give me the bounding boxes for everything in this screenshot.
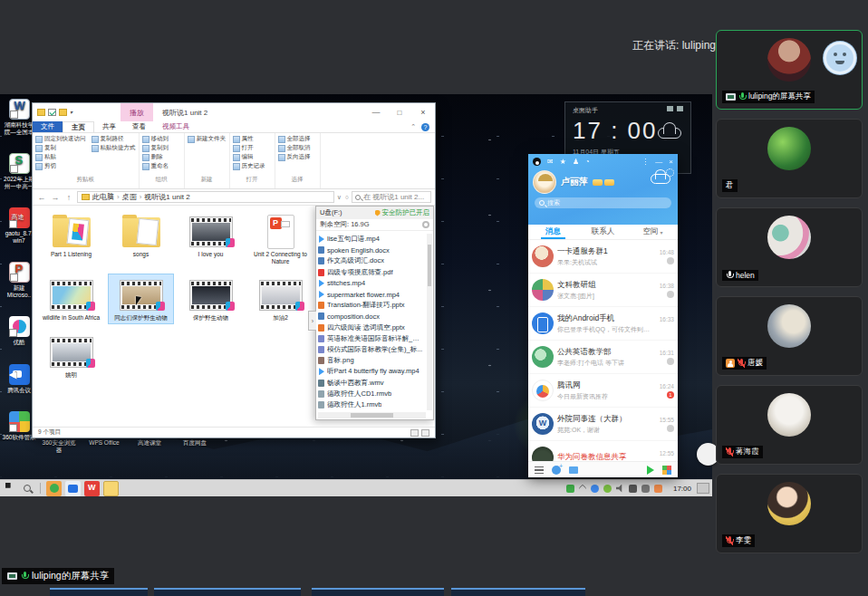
widget-settings-icon[interactable] <box>677 106 683 111</box>
touch-keyboard-icon[interactable] <box>697 483 709 494</box>
usb-file-item[interactable]: 英语标准美语国际音标详解_标清.flv <box>318 333 426 344</box>
browser-icon[interactable]: ◔ <box>585 158 590 166</box>
participant-tile[interactable]: 唐媛 <box>716 296 863 376</box>
tab-home[interactable]: 主页 <box>63 121 94 132</box>
window-preview[interactable] <box>154 588 301 596</box>
file-item[interactable]: 加油2 <box>247 274 313 324</box>
qq-conversation-item[interactable]: 一卡通服务群1 果果:关机试试 16:48 <box>528 240 678 274</box>
taskbar-app-wps[interactable] <box>84 481 100 496</box>
tray-app-icon[interactable] <box>591 485 599 493</box>
usb-file-item[interactable]: 德政狩住人CD1.rmvb <box>318 389 426 399</box>
minimize-icon[interactable]: — <box>655 158 662 166</box>
ribbon-button[interactable]: 编辑 <box>233 153 265 161</box>
minimize-button[interactable]: — <box>364 103 388 121</box>
ribbon-button[interactable]: 历史记录 <box>233 162 265 170</box>
file-item[interactable]: Unit 2 Connecting to Nature <box>247 210 313 267</box>
ribbon-button[interactable]: 全部取消 <box>278 144 311 152</box>
search-input[interactable]: 搜索 <box>535 197 671 208</box>
ribbon-collapse-icon[interactable]: ⌃ <box>410 123 416 130</box>
tray-orange-icon[interactable] <box>654 485 662 493</box>
ribbon-button[interactable]: 删除 <box>142 153 169 161</box>
tencent-video-icon[interactable] <box>647 466 654 475</box>
search-input[interactable]: 在 视听说1 unit 2... <box>352 191 431 203</box>
window-preview[interactable] <box>50 588 148 596</box>
refresh-icon[interactable]: ○ <box>345 194 349 201</box>
widget-menu-icon[interactable] <box>667 106 673 111</box>
usb-file-item[interactable]: 德政狩住人1.rmvb <box>318 399 426 410</box>
qq-conversation-item[interactable]: 华为问卷教信息共享 12:55 <box>528 441 678 461</box>
usb-file-item[interactable]: 听Part 4 butterfly fly away.mp4 <box>318 366 426 377</box>
dressup-icon[interactable]: ♟ <box>573 158 579 166</box>
breadcrumb-desktop[interactable]: 桌面 <box>122 192 137 202</box>
start-button-icon[interactable] <box>5 483 16 494</box>
breadcrumb[interactable]: 此电脑› 桌面› 视听说1 unit 2 <box>77 191 334 203</box>
avatar[interactable] <box>533 170 556 194</box>
ribbon-button[interactable]: 打开 <box>233 144 265 152</box>
ribbon-button[interactable]: 剪切 <box>35 162 86 170</box>
mail-icon[interactable]: ✉ <box>547 158 554 166</box>
tab-video-tools[interactable]: 视频工具 <box>154 121 198 132</box>
file-item[interactable]: wildlife in South Africa <box>38 274 104 324</box>
qq-conversation-item[interactable]: 外院同事连（大群） 苑苑:OK，谢谢 15:55 <box>528 408 678 441</box>
ribbon-button[interactable]: 固定到快速访问 <box>35 135 86 143</box>
taskbar-app-meeting[interactable] <box>65 481 81 496</box>
explorer-titlebar[interactable]: ▾ 播放 视听说1 unit 2 — □ × <box>33 103 435 121</box>
main-menu-icon[interactable] <box>535 466 544 474</box>
help-icon[interactable]: ? <box>421 123 429 131</box>
tray-chevron-up-icon[interactable] <box>578 484 586 492</box>
participant-tile[interactable]: 蒋海霞 <box>716 385 863 465</box>
taskbar-clock[interactable]: 17:00 <box>673 485 691 493</box>
ribbon-button[interactable]: 移动到 <box>142 135 169 143</box>
usb-file-item[interactable]: lise五句口语.mp4 <box>318 234 426 245</box>
file-item[interactable]: 同志们保护野生动物 <box>108 274 174 324</box>
file-item[interactable]: 保护野生动物 <box>178 274 244 324</box>
ribbon-button[interactable]: 粘贴快捷方式 <box>92 144 136 152</box>
participant-tile[interactable]: 君 <box>716 119 863 198</box>
usb-file-item[interactable]: 四级专项摸底筛查.pdf <box>318 267 426 278</box>
ribbon-button[interactable]: 属性 <box>233 135 265 143</box>
usb-panel-collapse-arrow[interactable]: › <box>308 311 316 331</box>
gear-icon[interactable] <box>422 221 429 228</box>
tab-view[interactable]: 查看 <box>124 121 154 132</box>
tab-messages[interactable]: 消息 <box>528 225 578 239</box>
up-icon[interactable]: ↑ <box>63 193 74 202</box>
ribbon-button[interactable]: 复制 <box>35 144 86 152</box>
file-item[interactable]: songs <box>108 210 174 267</box>
breadcrumb-current-folder[interactable]: 视听说1 unit 2 <box>144 192 189 202</box>
qzone-star-icon[interactable]: ★ <box>560 158 566 166</box>
ribbon-button[interactable]: 重命名 <box>142 162 169 170</box>
usb-file-item[interactable]: supermarket flower.mp4 <box>318 289 426 300</box>
ribbon-button[interactable]: 粘贴 <box>35 153 86 161</box>
add-contact-icon[interactable] <box>552 466 561 475</box>
usb-file-item[interactable]: 畅谈中西教育.wmv <box>318 377 426 388</box>
file-item[interactable]: I love you <box>178 210 244 267</box>
window-preview[interactable] <box>451 588 585 596</box>
quick-access-toolbar[interactable]: ▾ <box>33 109 77 116</box>
tray-qq-icon[interactable] <box>566 485 574 493</box>
ribbon-button[interactable]: 复制到 <box>142 144 169 152</box>
participant-tile[interactable]: luliping的屏幕共享 <box>716 30 863 110</box>
tab-file[interactable]: 文件 <box>33 121 63 132</box>
file-item[interactable]: 姚明 <box>38 331 104 381</box>
qq-conversation-item[interactable]: 文科教研组 张文惠:[图片] 16:38 <box>528 274 678 307</box>
horizontal-scrollbar[interactable] <box>318 412 426 418</box>
forward-icon[interactable]: → <box>50 193 61 202</box>
usb-file-item[interactable]: spoken English.docx <box>318 245 426 255</box>
maximize-button[interactable]: □ <box>388 103 411 121</box>
taskbar-search-icon[interactable] <box>24 485 31 492</box>
taskbar-app-explorer[interactable] <box>103 481 119 496</box>
camera-icon[interactable] <box>629 485 637 493</box>
ribbon-button[interactable]: 新建文件夹 <box>188 135 227 143</box>
close-icon[interactable]: × <box>669 158 673 166</box>
tray-360-icon[interactable] <box>603 485 612 493</box>
ribbon-button[interactable]: 反向选择 <box>278 153 311 161</box>
qq-conversation-item[interactable]: 我的Android手机 你已登录手机QQ，可传文件到手机 16:33 <box>528 307 678 341</box>
qq-conversation-item[interactable]: 腾讯网 今日最新资讯推荐 16:24 1 <box>528 374 678 408</box>
close-button[interactable]: × <box>411 103 435 121</box>
tray-mic-icon[interactable] <box>641 485 650 493</box>
usb-file-item[interactable]: Translation-翻译技巧.pptx <box>318 300 426 311</box>
usb-file-item[interactable]: 音标.png <box>318 355 426 366</box>
window-preview[interactable] <box>312 588 444 596</box>
menu-icon[interactable]: ⋮ <box>641 158 649 166</box>
address-dropdown-icon[interactable]: ∨ <box>337 194 342 201</box>
